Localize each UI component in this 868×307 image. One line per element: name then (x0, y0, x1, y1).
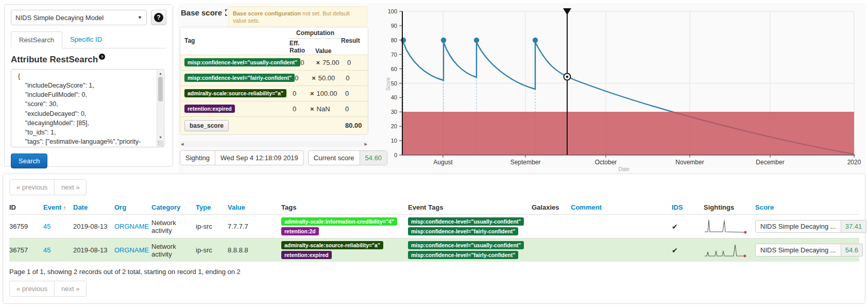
attribute-restsearch-heading: Attribute RestSearch ? (11, 55, 166, 65)
svg-text:50: 50 (391, 80, 397, 87)
col-category[interactable]: Category (151, 203, 196, 211)
model-select[interactable]: NIDS Simple Decaying Model ▼ (11, 10, 147, 25)
col-eff-ratio: Eff. Ratio (290, 40, 309, 55)
scroll-down-icon[interactable]: ▼ (157, 134, 164, 140)
restsearch-query-textarea[interactable]: { "includeDecayScore": 1, "includeFullMo… (11, 69, 164, 147)
horizontal-scrollbar[interactable]: ◀ ▶ (180, 141, 368, 147)
result-value: 0 (343, 90, 364, 97)
col-event[interactable]: Event ↑ (43, 203, 73, 211)
col-computation: Computation (290, 29, 341, 39)
attribute-value: 8.8.8.8 (228, 244, 281, 257)
sightings-sparkline[interactable] (704, 218, 750, 235)
svg-text:December: December (756, 159, 784, 166)
svg-text:10: 10 (391, 138, 397, 144)
eff-ratio-value: 0 (293, 105, 310, 113)
event-tag-badge[interactable]: misp:confidence-level="fairly-confident" (408, 251, 518, 259)
base-score-total-value: 80.00 (343, 122, 364, 129)
previous-page-button[interactable]: « previous (9, 281, 55, 297)
attribute-id: 36757 (9, 244, 43, 257)
svg-text:20: 20 (391, 123, 397, 129)
event-tag-badge[interactable]: misp:confidence-level="usually-confident… (408, 241, 524, 249)
previous-page-button[interactable]: « previous (9, 179, 55, 195)
score-model-name[interactable]: NIDS Simple Decaying ... (755, 244, 841, 257)
tag-badge[interactable]: admiralty-scale:source-reliability="a" (281, 241, 383, 249)
svg-text:30: 30 (391, 109, 397, 115)
eff-ratio-value: 0 (300, 59, 316, 66)
result-value: 0 (343, 105, 364, 113)
y-axis-title: Score (385, 77, 391, 91)
base-score-title: Base score (181, 8, 232, 17)
event-link[interactable]: 45 (43, 244, 73, 257)
attribute-type: ip-src (196, 220, 228, 233)
tag-badge[interactable]: retention:expired (184, 105, 235, 113)
attribute-row[interactable]: 36759 45 2019-08-13 ORGNAME Network acti… (9, 214, 859, 238)
scrollbar-thumb[interactable] (158, 77, 163, 101)
col-type[interactable]: Type (196, 203, 228, 211)
attribute-row[interactable]: 36757 45 2019-08-13 ORGNAME Network acti… (9, 238, 859, 262)
multiply-icon: × (312, 74, 316, 82)
svg-text:October: October (595, 159, 617, 166)
tag-badge[interactable]: admiralty-scale:source-reliability="a" (184, 89, 286, 97)
attribute-id: 36759 (9, 220, 43, 233)
svg-text:August: August (433, 159, 453, 166)
tab-restsearch[interactable]: RestSearch (11, 31, 62, 48)
score-widget[interactable]: NIDS Simple Decaying ... 54.6 (755, 241, 859, 259)
search-button[interactable]: Search (11, 154, 47, 168)
tag-numerical-value: 50.00 (318, 74, 335, 82)
attribute-galaxies (532, 248, 571, 253)
pagination-top: « previous next » (9, 179, 87, 195)
tag-badge[interactable]: admiralty-scale:information-credibility=… (281, 217, 397, 226)
next-page-button[interactable]: next » (55, 179, 87, 195)
tag-badge[interactable]: misp:confidence-level="usually-confident… (184, 58, 300, 66)
attribute-comment (571, 224, 672, 229)
org-link[interactable]: ORGNAME (114, 220, 151, 233)
scroll-up-icon[interactable]: ▲ (157, 70, 164, 76)
col-org[interactable]: Org (114, 203, 151, 211)
event-tag-badge[interactable]: misp:confidence-level="fairly-confident" (408, 227, 518, 235)
score-model-name[interactable]: NIDS Simple Decaying ... (755, 220, 841, 233)
event-tag-badge[interactable]: misp:confidence-level="usually-confident… (408, 217, 524, 226)
attribute-results-card: « previous next » ID Event ↑ Date Org Ca… (3, 174, 865, 304)
col-ids[interactable]: IDS (672, 203, 704, 211)
svg-text:November: November (675, 159, 704, 166)
eff-ratio-value: 0 (295, 74, 312, 82)
multiply-icon: × (310, 90, 314, 97)
svg-text:80: 80 (391, 37, 397, 43)
scroll-left-icon[interactable]: ◀ (181, 142, 183, 146)
svg-text:0: 0 (394, 152, 397, 158)
score-widget[interactable]: NIDS Simple Decaying ... 37.41 (755, 217, 859, 235)
x-axis-title: Date (618, 166, 629, 172)
tab-specific-id[interactable]: Specific ID (62, 31, 110, 48)
col-value[interactable]: Value (228, 203, 281, 211)
attribute-date: 2019-08-13 (73, 244, 114, 257)
event-link[interactable]: 45 (43, 220, 73, 233)
base-score-config-alert: Base score configuration not set. But de… (228, 6, 367, 28)
help-button[interactable]: ? (151, 10, 166, 25)
eff-ratio-value: 0 (293, 90, 310, 97)
sightings-sparkline[interactable] (704, 242, 750, 259)
col-date[interactable]: Date (73, 203, 114, 211)
tag-badge[interactable]: misp:confidence-level="fairly-confident" (184, 74, 295, 82)
tag-badge[interactable]: retention:2d (281, 227, 319, 235)
sighting-label: Sighting (180, 151, 215, 165)
tag-badge[interactable]: retention:expired (281, 251, 332, 259)
attribute-date: 2019-08-13 (73, 220, 114, 233)
attribute-type: ip-src (196, 244, 228, 257)
sighting-points[interactable] (401, 38, 538, 43)
pagination-summary: Page 1 of 1, showing 2 records out of 2 … (9, 268, 859, 276)
decay-score-chart[interactable]: 10090 8070 6050 4030 2010 0 AugustSeptem… (367, 4, 868, 177)
next-page-button[interactable]: next » (55, 281, 87, 297)
base-score-chip[interactable]: base_score (184, 120, 229, 131)
org-link[interactable]: ORGNAME (114, 244, 151, 257)
textarea-resize-handle[interactable] (158, 141, 163, 146)
col-comment[interactable]: Comment (571, 203, 672, 211)
col-event-tags: Event Tags (408, 203, 532, 211)
attribute-galaxies (532, 224, 571, 229)
svg-text:2020: 2020 (847, 159, 861, 166)
col-score[interactable]: Score (755, 203, 859, 211)
svg-text:40: 40 (391, 94, 397, 100)
decaying-model-tool-panel: NIDS Simple Decaying Model ▼ ? RestSearc… (4, 4, 173, 167)
textarea-scrollbar[interactable]: ▲ ▼ (157, 70, 163, 146)
attribute-comment (571, 248, 672, 253)
base-score-row: admiralty-scale:source-reliability="a" 0… (180, 86, 368, 101)
